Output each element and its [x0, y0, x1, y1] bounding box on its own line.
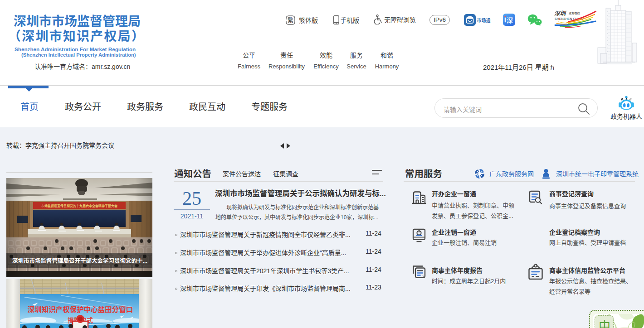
svg-text:繁: 繁	[288, 15, 293, 24]
svg-text:深圳: 深圳	[554, 10, 567, 17]
svg-text:深: 深	[507, 15, 513, 24]
svg-text:深圳知识产权保护中心盐田分窗口: 深圳知识产权保护中心盐田分窗口	[28, 304, 133, 314]
svg-text:市场通: 市场通	[477, 17, 491, 24]
svg-text:政务在线: 政务在线	[569, 11, 580, 15]
